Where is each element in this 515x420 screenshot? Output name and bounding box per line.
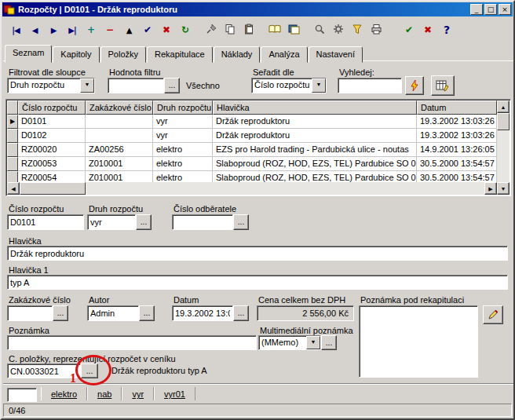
maximize-button[interactable]: □	[484, 4, 497, 15]
close-window-button[interactable]: ×	[499, 4, 511, 15]
tab-seznam[interactable]: Seznam	[5, 45, 52, 63]
insert-record-button[interactable]: +	[82, 20, 100, 39]
browse-button[interactable]	[431, 75, 455, 96]
poznamka-input[interactable]	[7, 335, 257, 350]
grid-horizontal-scrollbar[interactable]: ◀ ▶	[7, 182, 497, 195]
multimedia-combo[interactable]: (MMemo) ▼	[258, 335, 321, 350]
pin-button[interactable]	[202, 20, 221, 39]
tab-naklady[interactable]: Náklady	[214, 46, 261, 63]
search-label: Vyhledej:	[339, 68, 374, 77]
grid-vertical-scrollbar[interactable]: ▲ ▼	[497, 100, 510, 195]
copy-button[interactable]	[221, 20, 239, 39]
filter-value-label: Hodnota filtru	[109, 68, 160, 77]
cislo-odberatele-input[interactable]	[172, 214, 233, 230]
refresh-button[interactable]: ↻	[176, 20, 195, 39]
chevron-down-icon[interactable]: ▼	[306, 336, 320, 349]
toolbar-separator	[303, 20, 310, 39]
hlavicka1-input[interactable]	[7, 275, 508, 290]
quicktab-elektro[interactable]: elektro	[41, 387, 87, 400]
column-header-zakazka[interactable]: Zakázkové číslo	[86, 100, 153, 115]
close-form-button[interactable]: ✖	[418, 20, 437, 39]
tab-polozky[interactable]: Položky	[100, 46, 147, 63]
zakazkove-cislo-ellipsis-button[interactable]: ...	[53, 305, 68, 321]
edit-record-button[interactable]: ▲	[119, 20, 138, 39]
cislo-odberatele-ellipsis-button[interactable]: ...	[233, 214, 249, 230]
delete-record-button[interactable]: −	[100, 20, 119, 39]
sort-label: Seřadit dle	[253, 68, 294, 77]
filter-column-combo[interactable]: Druh rozpočtu ▼	[7, 78, 95, 93]
multimedia-label: Multimediální poznámka	[260, 326, 353, 335]
tab-rekapitulace[interactable]: Rekapitulace	[147, 46, 213, 63]
filter-value-input[interactable]	[108, 78, 164, 93]
confirm-button[interactable]: ✔	[400, 20, 418, 39]
datum-input[interactable]	[172, 305, 233, 321]
record-counter: 0/46	[9, 406, 25, 415]
autor-ellipsis-button[interactable]: ...	[139, 305, 155, 321]
vscroll-thumb[interactable]	[497, 113, 510, 130]
hscroll-thumb[interactable]	[20, 182, 86, 195]
column-header-druh[interactable]: Druh rozpočtu	[153, 100, 213, 115]
pen-icon	[487, 314, 499, 323]
datum-ellipsis-button[interactable]: ...	[233, 305, 249, 321]
filter-button[interactable]	[348, 20, 367, 39]
print-button[interactable]	[367, 20, 385, 39]
scroll-right-icon[interactable]: ▶	[484, 182, 497, 195]
tab-strip: Seznam Kapitoly Položky Rekapitulace Nák…	[5, 46, 363, 61]
hlavicka-input[interactable]	[7, 246, 508, 261]
prior-record-button[interactable]: ◀	[25, 20, 44, 39]
tab-kapitoly[interactable]: Kapitoly	[53, 46, 99, 63]
zakazkove-cislo-label: Zakázkové číslo	[9, 295, 71, 305]
cislo-rozpoctu-label: Číslo rozpočtu	[9, 204, 64, 214]
price-list-button[interactable]	[265, 20, 284, 39]
autor-label: Autor	[89, 295, 109, 305]
settings-button[interactable]	[329, 20, 348, 39]
search-button[interactable]	[310, 20, 329, 39]
help-button[interactable]: ?	[437, 20, 456, 39]
table-row[interactable]: RZ00053 Z010001 elektro Slaboproud (ROZ,…	[7, 157, 497, 171]
column-header-hlavicka[interactable]: Hlavička	[213, 100, 417, 115]
paste-button[interactable]	[239, 20, 258, 39]
minimize-button[interactable]: _	[470, 4, 483, 15]
tab-analyza[interactable]: Analýza	[261, 46, 307, 63]
app-icon	[4, 4, 15, 15]
column-header-datum[interactable]: Datum	[417, 100, 497, 115]
cancel-record-button[interactable]: ✖	[157, 20, 176, 39]
sort-combo[interactable]: Číslo rozpočtu ▼	[251, 78, 327, 93]
zakazkove-cislo-input[interactable]	[7, 305, 53, 321]
column-header-cislo[interactable]: Číslo rozpočtu	[18, 100, 86, 115]
druh-rozpoctu-input[interactable]	[87, 214, 136, 230]
autor-input[interactable]	[87, 305, 139, 321]
edit-note-button[interactable]	[483, 305, 503, 324]
scroll-up-icon[interactable]: ▲	[497, 100, 510, 113]
scroll-left-icon[interactable]: ◀	[7, 182, 20, 195]
table-row[interactable]: RZ00020 ZA00256 elektro EZS pro Harold t…	[7, 143, 497, 157]
tab-nastaveni[interactable]: Nastavení	[309, 46, 363, 63]
multimedia-ellipsis-button[interactable]: ...	[321, 335, 337, 350]
quicktab-nab[interactable]: nab	[87, 387, 122, 400]
cislo-rozpoctu-input[interactable]	[7, 214, 84, 230]
datum-label: Datum	[173, 295, 199, 305]
table-row[interactable]: ▶ D0101 vyr Držák reproduktoru 19.3.2002…	[7, 115, 497, 129]
quicktab-vyr01[interactable]: vyr01	[154, 387, 195, 400]
search-input[interactable]	[338, 78, 402, 93]
budget-grid[interactable]: Číslo rozpočtu Zakázkové číslo Druh rozp…	[5, 99, 511, 196]
last-record-button[interactable]: ▶|	[63, 20, 82, 39]
chevron-down-icon[interactable]: ▼	[312, 79, 326, 93]
window-title: Rozpočty | D0101 - Držák reproduktoru	[18, 5, 469, 14]
chevron-down-icon[interactable]: ▼	[80, 79, 94, 93]
scroll-down-icon[interactable]: ▼	[497, 182, 510, 195]
table-row[interactable]: RZ00054 Z010001 elektro Slaboproud (ROZ,…	[7, 171, 497, 182]
quicktab-vyr[interactable]: vyr	[122, 387, 154, 400]
filter-value-ellipsis-button[interactable]: ...	[164, 78, 180, 93]
druh-rozpoctu-ellipsis-button[interactable]: ...	[136, 214, 152, 230]
table-row[interactable]: D0102 vyr Držák reproduktoru 19.3.2002 1…	[7, 129, 497, 143]
price-list-copy-button[interactable]	[284, 20, 303, 39]
title-bar[interactable]: Rozpočty | D0101 - Držák reproduktoru _ …	[2, 2, 513, 16]
first-record-button[interactable]: |◀	[6, 20, 25, 39]
annotation-circle	[75, 355, 111, 385]
poznamka-rekap-textarea[interactable]	[359, 305, 478, 378]
search-execute-button[interactable]	[405, 76, 424, 95]
next-record-button[interactable]: ▶	[44, 20, 63, 39]
quickfilter-input[interactable]	[7, 388, 37, 402]
post-record-button[interactable]: ✔	[138, 20, 157, 39]
